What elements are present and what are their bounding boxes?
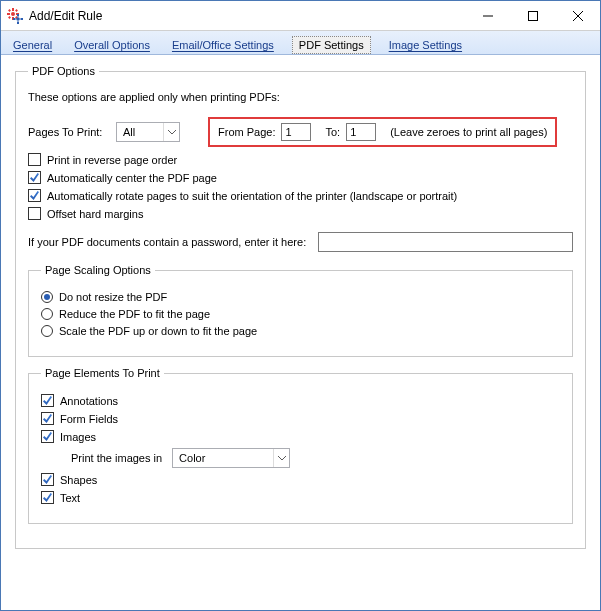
elem-shapes-label: Shapes	[60, 474, 97, 486]
elem-annotations-row: Annotations	[41, 394, 560, 407]
tab-overall-options[interactable]: Overall Options	[70, 36, 154, 54]
svg-rect-1	[12, 8, 14, 11]
elem-text-row: Text	[41, 491, 560, 504]
password-input[interactable]	[318, 232, 573, 252]
print-images-dropdown[interactable]: Color	[172, 448, 290, 468]
app-icon	[1, 8, 29, 24]
chevron-down-icon	[273, 449, 289, 467]
titlebar: Add/Edit Rule	[1, 1, 600, 31]
scaling-no-resize-label: Do not resize the PDF	[59, 291, 167, 303]
elem-images-row: Images	[41, 430, 560, 443]
page-elements-group: Page Elements To Print Annotations Form …	[28, 367, 573, 524]
svg-point-0	[11, 12, 15, 16]
scaling-reduce-row: Reduce the PDF to fit the page	[41, 308, 560, 320]
window-title: Add/Edit Rule	[29, 9, 465, 23]
reverse-order-row: Print in reverse page order	[28, 153, 573, 166]
pages-to-print-dropdown[interactable]: All	[116, 122, 180, 142]
svg-rect-8	[8, 16, 11, 19]
password-label: If your PDF documents contain a password…	[28, 236, 306, 248]
pages-to-print-row: Pages To Print: All From Page: To: (Leav…	[28, 117, 573, 147]
scaling-reduce-radio[interactable]	[41, 308, 53, 320]
elem-text-label: Text	[60, 492, 80, 504]
elem-images-checkbox[interactable]	[41, 430, 54, 443]
elem-shapes-row: Shapes	[41, 473, 560, 486]
pages-to-print-value: All	[117, 126, 163, 138]
elem-shapes-checkbox[interactable]	[41, 473, 54, 486]
elem-formfields-row: Form Fields	[41, 412, 560, 425]
pages-to-print-label: Pages To Print:	[28, 126, 110, 138]
scaling-no-resize-radio[interactable]	[41, 291, 53, 303]
auto-rotate-row: Automatically rotate pages to suit the o…	[28, 189, 573, 202]
from-page-label: From Page:	[218, 126, 275, 138]
content-area: PDF Options These options are applied on…	[1, 55, 600, 610]
pdf-options-legend: PDF Options	[28, 65, 99, 77]
tab-general[interactable]: General	[9, 36, 56, 54]
page-scaling-legend: Page Scaling Options	[41, 264, 155, 276]
page-range-hint: (Leave zeroes to print all pages)	[390, 126, 547, 138]
svg-rect-10	[17, 14, 19, 17]
svg-rect-15	[528, 11, 537, 20]
page-range-highlight: From Page: To: (Leave zeroes to print al…	[208, 117, 557, 147]
offset-margins-row: Offset hard margins	[28, 207, 573, 220]
center-page-checkbox[interactable]	[28, 171, 41, 184]
offset-margins-label: Offset hard margins	[47, 208, 143, 220]
elem-annotations-label: Annotations	[60, 395, 118, 407]
elem-annotations-checkbox[interactable]	[41, 394, 54, 407]
auto-rotate-label: Automatically rotate pages to suit the o…	[47, 190, 457, 202]
elem-formfields-checkbox[interactable]	[41, 412, 54, 425]
close-button[interactable]	[555, 1, 600, 30]
password-row: If your PDF documents contain a password…	[28, 232, 573, 252]
page-scaling-group: Page Scaling Options Do not resize the P…	[28, 264, 573, 357]
elem-images-label: Images	[60, 431, 96, 443]
offset-margins-checkbox[interactable]	[28, 207, 41, 220]
chevron-down-icon	[163, 123, 179, 141]
auto-rotate-checkbox[interactable]	[28, 189, 41, 202]
svg-point-9	[16, 17, 20, 21]
reverse-order-label: Print in reverse page order	[47, 154, 177, 166]
tab-image-settings[interactable]: Image Settings	[385, 36, 466, 54]
print-images-value: Color	[173, 452, 273, 464]
elem-formfields-label: Form Fields	[60, 413, 118, 425]
svg-rect-11	[17, 21, 19, 24]
tab-pdf-settings[interactable]: PDF Settings	[292, 36, 371, 54]
to-page-label: To:	[325, 126, 340, 138]
print-images-row: Print the images in Color	[71, 448, 560, 468]
minimize-button[interactable]	[465, 1, 510, 30]
pdf-options-intro: These options are applied only when prin…	[28, 91, 573, 103]
svg-rect-12	[13, 18, 16, 20]
window: Add/Edit Rule General Overall Options Em…	[0, 0, 601, 611]
maximize-button[interactable]	[510, 1, 555, 30]
scaling-reduce-label: Reduce the PDF to fit the page	[59, 308, 210, 320]
svg-rect-7	[15, 9, 18, 12]
pdf-options-group: PDF Options These options are applied on…	[15, 65, 586, 549]
to-page-input[interactable]	[346, 123, 376, 141]
print-images-label: Print the images in	[71, 452, 162, 464]
scaling-no-resize-row: Do not resize the PDF	[41, 291, 560, 303]
scaling-scale-row: Scale the PDF up or down to fit the page	[41, 325, 560, 337]
scaling-scale-label: Scale the PDF up or down to fit the page	[59, 325, 257, 337]
from-page-input[interactable]	[281, 123, 311, 141]
svg-rect-3	[7, 13, 10, 15]
center-page-label: Automatically center the PDF page	[47, 172, 217, 184]
reverse-order-checkbox[interactable]	[28, 153, 41, 166]
tab-email-office-settings[interactable]: Email/Office Settings	[168, 36, 278, 54]
page-elements-legend: Page Elements To Print	[41, 367, 164, 379]
svg-rect-13	[21, 18, 24, 20]
tabstrip: General Overall Options Email/Office Set…	[1, 31, 600, 55]
svg-rect-5	[8, 9, 11, 12]
center-page-row: Automatically center the PDF page	[28, 171, 573, 184]
scaling-scale-radio[interactable]	[41, 325, 53, 337]
elem-text-checkbox[interactable]	[41, 491, 54, 504]
